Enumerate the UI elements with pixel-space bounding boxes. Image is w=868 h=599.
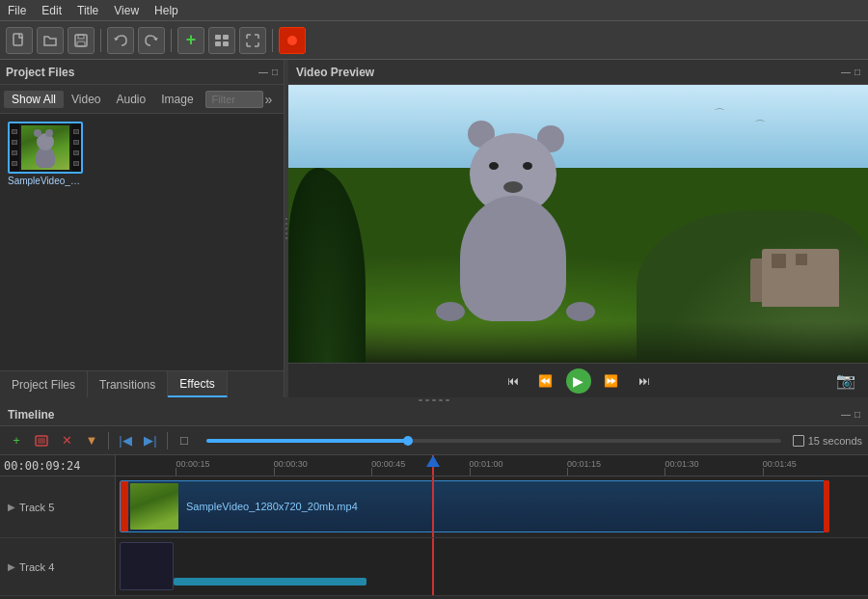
playhead-marker-triangle bbox=[426, 455, 440, 467]
fast-forward-button[interactable]: ⏩ bbox=[599, 368, 624, 394]
toggle-button[interactable]: □ bbox=[174, 430, 195, 451]
play-button[interactable]: ▶ bbox=[566, 368, 591, 394]
jump-end-button[interactable]: ▶| bbox=[140, 430, 161, 451]
track-4-expand[interactable]: ▶ bbox=[8, 561, 15, 572]
file-item[interactable]: SampleVideo_1... bbox=[8, 122, 85, 186]
preview-header: Video Preview — □ bbox=[288, 60, 868, 85]
bear-paw-right bbox=[566, 302, 595, 321]
ruler-mark-4: 00:01:00 bbox=[470, 459, 503, 469]
top-area: Project Files — □ Show All Video Audio I… bbox=[0, 60, 868, 397]
filmstrip-left bbox=[10, 123, 19, 172]
timeline-content: 00:00:09:24 00:00:15 00:00:30 00:00:45 0… bbox=[0, 455, 868, 599]
timeline-maximize[interactable]: □ bbox=[854, 409, 860, 420]
tick-5 bbox=[567, 468, 568, 476]
screenshot-button[interactable]: 📷 bbox=[833, 368, 858, 394]
svg-rect-10 bbox=[38, 438, 45, 444]
timeline-zoom-slider[interactable] bbox=[206, 439, 781, 443]
record-button[interactable] bbox=[279, 27, 306, 54]
track-4-header: ▶ Track 4 bbox=[0, 538, 116, 595]
timeline-duration: 15 seconds bbox=[793, 435, 862, 447]
add-track-button[interactable]: + bbox=[6, 430, 27, 451]
bird-1: ⌒ bbox=[754, 119, 766, 129]
menu-file[interactable]: File bbox=[0, 2, 34, 19]
preview-panel-controls: — □ bbox=[841, 67, 860, 77]
expand-button[interactable]: ▼ bbox=[81, 430, 102, 451]
track4-clip[interactable] bbox=[120, 542, 174, 590]
playhead-track5 bbox=[432, 476, 434, 537]
skip-back-button[interactable]: ⏮ bbox=[501, 368, 526, 394]
timeline-minimize[interactable]: — bbox=[841, 409, 851, 420]
preview-minimize[interactable]: — bbox=[841, 67, 851, 77]
file-name-label: SampleVideo_1... bbox=[8, 176, 83, 186]
filter-search-input[interactable] bbox=[205, 91, 263, 108]
tab-image[interactable]: Image bbox=[153, 91, 201, 108]
file-thumbnail bbox=[8, 122, 83, 174]
video-frame: ⌒ ⌒ bbox=[288, 85, 868, 363]
tab-effects[interactable]: Effects bbox=[168, 371, 227, 397]
redo-button[interactable] bbox=[138, 27, 165, 54]
tab-video[interactable]: Video bbox=[64, 91, 108, 108]
toolbar: + bbox=[0, 21, 868, 60]
tab-project-files[interactable]: Project Files bbox=[0, 371, 88, 397]
preview-title: Video Preview bbox=[296, 66, 374, 79]
menubar: File Edit Title View Help bbox=[0, 0, 868, 21]
filter-more-icon[interactable]: » bbox=[265, 92, 273, 107]
thumbnail-image bbox=[21, 125, 69, 170]
left-panel-title: Project Files bbox=[6, 66, 74, 79]
track-5-expand[interactable]: ▶ bbox=[8, 502, 15, 512]
filmstrip-right bbox=[71, 123, 81, 172]
timeline-slider-fill bbox=[206, 439, 408, 443]
timeline-slider-handle[interactable] bbox=[403, 436, 413, 446]
video-clip-track5[interactable]: SampleVideo_1280x720_20mb.mp4 bbox=[120, 480, 829, 532]
remove-button[interactable]: ✕ bbox=[56, 430, 77, 451]
toolbar-separator-1 bbox=[100, 29, 101, 52]
skip-end-button[interactable]: ⏭ bbox=[632, 368, 657, 394]
clip-button[interactable] bbox=[208, 27, 235, 54]
ruler-mark-1: 00:00:15 bbox=[176, 459, 209, 469]
panel-maximize[interactable]: □ bbox=[272, 67, 278, 77]
add-button[interactable]: + bbox=[177, 27, 204, 54]
file-browser: SampleVideo_1... bbox=[0, 114, 284, 370]
menu-edit[interactable]: Edit bbox=[34, 2, 69, 19]
clip-name: SampleVideo_1280x720_20mb.mp4 bbox=[180, 497, 364, 516]
timeline-slider-track bbox=[206, 439, 781, 443]
foreground-gradient bbox=[288, 321, 868, 363]
menu-title[interactable]: Title bbox=[69, 2, 106, 19]
jump-start-button[interactable]: |◀ bbox=[115, 430, 136, 451]
resize-dots-h bbox=[419, 399, 449, 401]
tick-7 bbox=[763, 468, 764, 476]
bear-paw-left bbox=[436, 302, 465, 321]
svg-rect-0 bbox=[14, 34, 22, 45]
svg-rect-5 bbox=[223, 35, 229, 40]
tl-separator-1 bbox=[108, 432, 109, 449]
panel-minimize[interactable]: — bbox=[258, 67, 268, 77]
menu-help[interactable]: Help bbox=[147, 2, 186, 19]
new-button[interactable] bbox=[6, 27, 33, 54]
clip-thumbnail bbox=[130, 483, 178, 530]
rewind-button[interactable]: ⏪ bbox=[533, 368, 558, 394]
track-5-header: ▶ Track 5 bbox=[0, 476, 116, 537]
toolbar-separator-3 bbox=[272, 29, 273, 52]
ruler-mark-2: 00:00:30 bbox=[274, 459, 308, 469]
right-panel: Video Preview — □ bbox=[288, 60, 868, 397]
track-4-row: ▶ Track 4 bbox=[0, 538, 868, 596]
ruler-mark-5: 00:01:15 bbox=[567, 459, 601, 469]
ruler-mark-3: 00:00:45 bbox=[371, 459, 405, 469]
tab-transitions[interactable]: Transitions bbox=[88, 371, 168, 397]
fullscreen-button[interactable] bbox=[239, 27, 266, 54]
svg-point-8 bbox=[287, 36, 297, 45]
snap-button[interactable] bbox=[31, 430, 52, 451]
undo-button[interactable] bbox=[107, 27, 134, 54]
preview-maximize[interactable]: □ bbox=[854, 67, 860, 77]
tl-separator-2 bbox=[167, 432, 168, 449]
resize-dots bbox=[285, 218, 287, 239]
menu-view[interactable]: View bbox=[106, 2, 147, 19]
clip-left-handle bbox=[121, 481, 128, 531]
tab-show-all[interactable]: Show All bbox=[4, 91, 64, 108]
bird-2: ⌒ bbox=[714, 107, 725, 118]
open-button[interactable] bbox=[37, 27, 64, 54]
tab-audio[interactable]: Audio bbox=[109, 91, 154, 108]
track-5-content: SampleVideo_1280x720_20mb.mp4 bbox=[116, 476, 868, 537]
panel-controls: — □ bbox=[258, 67, 278, 77]
save-button[interactable] bbox=[68, 27, 95, 54]
